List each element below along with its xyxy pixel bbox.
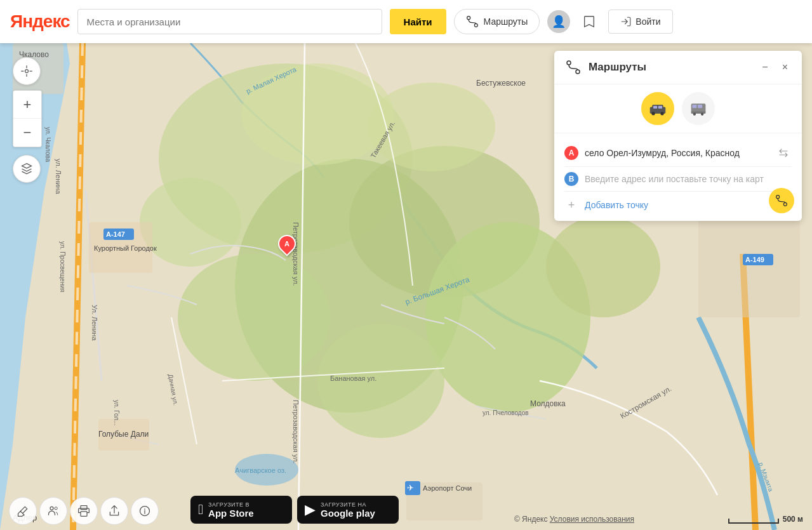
- svg-text:✈: ✈: [407, 483, 414, 493]
- transport-car-tab[interactable]: [641, 92, 674, 125]
- appstore-badge[interactable]:  Загрузите в App Store: [190, 496, 292, 524]
- zoom-controls: + −: [13, 90, 42, 147]
- share-button[interactable]: [100, 497, 128, 525]
- svg-rect-60: [698, 105, 702, 108]
- attribution-link[interactable]: Условия использования: [550, 515, 634, 524]
- svg-text:А-147: А-147: [106, 230, 125, 238]
- svg-rect-69: [81, 512, 87, 517]
- print-icon: [77, 505, 90, 517]
- route-inputs: A B + Добавить точку: [554, 133, 802, 221]
- car-icon: [649, 100, 667, 117]
- info-button[interactable]: [131, 497, 159, 525]
- bookmark-button[interactable]: [578, 10, 601, 33]
- swap-button[interactable]: [775, 145, 792, 161]
- googleplay-icon: ▶: [305, 501, 316, 518]
- add-point-row: + Добавить точку: [564, 192, 792, 215]
- yandex-logo: Яндекс: [10, 13, 70, 30]
- svg-text:Ачигварское оз.: Ачигварское оз.: [235, 467, 286, 474]
- svg-point-51: [576, 70, 580, 74]
- share-icon: [108, 505, 121, 517]
- bookmark-icon: [582, 15, 596, 29]
- routes-panel-header: Маршруты − ×: [554, 51, 802, 84]
- svg-point-50: [567, 61, 571, 65]
- googleplay-badge[interactable]: ▶ ЗАГРУЗИТЕ НА Google play: [297, 496, 399, 524]
- svg-text:Банановая ул.: Банановая ул.: [330, 374, 376, 382]
- panel-minimize-button[interactable]: −: [758, 59, 771, 76]
- svg-point-64: [776, 195, 780, 199]
- signin-button[interactable]: Войти: [608, 10, 672, 34]
- route-from-input[interactable]: [585, 148, 769, 158]
- zoom-out-button[interactable]: −: [13, 119, 41, 147]
- routes-panel: Маршруты − ×: [554, 51, 802, 221]
- routes-active-icon-svg: [775, 194, 788, 207]
- routes-active-icon-button[interactable]: [769, 188, 794, 213]
- bus-icon: [689, 100, 707, 117]
- routes-btn-label: Маршруты: [484, 17, 528, 27]
- marker-a-badge: A: [564, 146, 578, 160]
- svg-text:Петрозаводская ул.: Петрозаводская ул.: [292, 222, 300, 286]
- avatar-button[interactable]: 👤: [547, 10, 570, 33]
- svg-text:ул. Ленина: ул. Ленина: [55, 159, 62, 194]
- routes-button[interactable]: Маршруты: [454, 9, 540, 34]
- zoom-in-button[interactable]: +: [13, 91, 41, 119]
- topbar: Яндекс Найти Маршруты 👤 Войти: [0, 0, 812, 43]
- svg-point-9: [546, 216, 660, 317]
- search-input[interactable]: [77, 9, 382, 34]
- svg-text:ул. Чкалова: ул. Чкалова: [44, 127, 51, 162]
- svg-point-4: [178, 254, 330, 381]
- route-to-input[interactable]: [585, 174, 792, 184]
- marker-a-label: A: [284, 240, 290, 248]
- panel-close-button[interactable]: ×: [778, 59, 792, 76]
- eraser-icon: [17, 505, 29, 517]
- routes-active-icon: [769, 188, 794, 213]
- svg-point-67: [55, 507, 57, 510]
- location-button[interactable]: [13, 57, 41, 85]
- svg-text:ул. Гол...: ул. Гол...: [113, 400, 120, 425]
- routes-icon: [466, 15, 479, 28]
- svg-text:Молдовка: Молдовка: [530, 399, 566, 408]
- svg-rect-57: [658, 106, 662, 109]
- svg-text:ул. Просвещения: ул. Просвещения: [59, 241, 66, 292]
- transport-bus-tab[interactable]: [682, 92, 715, 125]
- svg-text:Петрозаводская ул.: Петрозаводская ул.: [292, 400, 300, 463]
- svg-point-54: [651, 112, 655, 115]
- svg-text:Курортный Городок: Курортный Городок: [94, 244, 157, 252]
- routes-panel-route-icon: [566, 60, 581, 75]
- layers-button[interactable]: [13, 155, 41, 183]
- add-point-label[interactable]: Добавить точку: [585, 200, 648, 210]
- routes-panel-icon: [564, 58, 582, 76]
- people-button[interactable]: [39, 497, 67, 525]
- svg-text:Ул. Ленина: Ул. Ленина: [91, 305, 98, 341]
- svg-point-63: [701, 113, 703, 116]
- svg-point-65: [783, 202, 787, 206]
- svg-point-55: [660, 112, 663, 115]
- svg-rect-61: [691, 111, 706, 114]
- scale-bar: 500 м: [728, 515, 803, 524]
- attribution-text: © Яндекс: [514, 515, 548, 524]
- eraser-button[interactable]: [9, 497, 37, 525]
- search-button[interactable]: Найти: [390, 9, 446, 34]
- apple-icon: : [198, 501, 203, 518]
- search-input-wrap: [77, 9, 382, 34]
- transport-tabs: [554, 84, 802, 133]
- bottom-bar: [0, 492, 812, 530]
- info-icon: [138, 505, 151, 517]
- print-button[interactable]: [70, 497, 98, 525]
- svg-point-47: [467, 17, 470, 20]
- svg-point-62: [693, 113, 696, 116]
- route-input-row-a: A: [564, 140, 792, 167]
- left-controls: + −: [13, 57, 42, 183]
- location-icon: [20, 65, 33, 77]
- marker-b-badge: B: [564, 172, 578, 186]
- svg-text:А-149: А-149: [745, 256, 764, 263]
- svg-text:ул. Пчеловодов: ул. Пчеловодов: [483, 409, 529, 416]
- scale-line: [728, 519, 779, 524]
- svg-text:Голубые Дали: Голубые Дали: [98, 430, 149, 439]
- route-input-row-b: B: [564, 167, 792, 192]
- app-badges:  Загрузите в App Store ▶ ЗАГРУЗИТЕ НА G…: [190, 496, 399, 524]
- svg-rect-56: [653, 106, 657, 109]
- appstore-badge-text: Загрузите в App Store: [208, 501, 254, 519]
- svg-text:Бестужевское: Бестужевское: [476, 79, 526, 88]
- svg-rect-59: [692, 105, 696, 108]
- add-point-plus-icon: +: [564, 198, 578, 212]
